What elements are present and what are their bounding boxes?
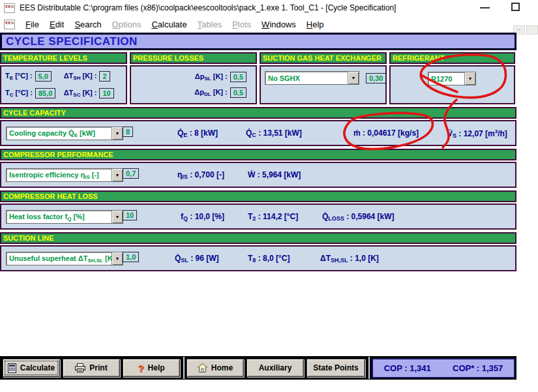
temperature-levels-panel: TEMPERATURE LEVELS TE [°C] : 5,0 ΔTSH [K…	[0, 52, 127, 104]
compressor-heat-loss-section: COMPRESSOR HEAT LOSS Heat loss factor fQ…	[0, 190, 516, 230]
print-label: Print	[89, 363, 107, 372]
chevron-down-icon[interactable]: ▼	[464, 72, 475, 85]
suction-line-section: SUCTION LINE Unuseful superheat ΔTSH,SL …	[0, 232, 516, 271]
menu-bar: EES File Edit Search Options Calculate T…	[0, 16, 538, 33]
result-mass-flow: ṁ : 0,04617 [kg/s]	[353, 128, 419, 138]
result-vs: V̇S : 12,07 [m3/h]	[447, 128, 507, 139]
te-input[interactable]: 5,0	[35, 71, 52, 82]
dtsc-input[interactable]: 10	[99, 88, 113, 98]
chevron-down-icon[interactable]: ▼	[112, 127, 123, 140]
result-qloss: Q̇LOSS : 0,5964 [kW]	[322, 212, 395, 222]
menu-tables: Tables	[192, 18, 228, 31]
result-qsl: Q̇SL : 96 [W]	[175, 254, 219, 264]
window-title: EES Distributable C:\program files (x86)…	[20, 3, 396, 12]
home-button[interactable]: Home	[187, 359, 244, 377]
compressor-performance-header: COMPRESSOR PERFORMANCE	[0, 149, 516, 160]
result-t2: T2 : 114,2 [°C]	[248, 212, 298, 222]
suction-line-dropdown[interactable]: Unuseful superheat ΔTSH,SL [K] ▼	[6, 252, 123, 265]
chevron-down-icon[interactable]: ▼	[112, 169, 123, 181]
calculate-label: Calculate	[20, 363, 55, 372]
refrigerant-dropdown-value: R1270	[428, 75, 464, 83]
compressor-heat-loss-header: COMPRESSOR HEAT LOSS	[0, 190, 516, 202]
sghx-header: SUCTION GAS HEAT EXCHANGER	[260, 52, 387, 64]
te-label: TE [°C] :	[5, 72, 33, 81]
result-eta-is: ηIS : 0,700 [-]	[177, 170, 224, 180]
refrigerant-dropdown[interactable]: R1270 ▼	[428, 72, 476, 85]
menu-calculate[interactable]: Calculate	[146, 18, 192, 31]
dpdl-input[interactable]: 0,5	[230, 87, 247, 98]
home-label: Home	[211, 363, 233, 372]
menu-file[interactable]: File	[20, 18, 44, 31]
cop-panel: COP : 1,341 COP* : 1,357	[372, 358, 515, 378]
menu-edit[interactable]: Edit	[44, 18, 69, 31]
footer-divider	[368, 357, 370, 379]
tc-input[interactable]: 85,0	[35, 88, 55, 98]
cop-value: COP : 1,341	[384, 363, 431, 373]
menu-search[interactable]: Search	[69, 18, 106, 31]
tc-label: TC [°C] :	[5, 89, 33, 98]
pressure-losses-panel: PRESSURE LOSSES ΔpSL [K] : 0,5 ΔpDL [K] …	[130, 52, 257, 104]
ees-app-icon: EES	[4, 3, 15, 13]
isentropic-efficiency-input[interactable]: 0,7	[123, 168, 139, 179]
cycle-capacity-dropdown[interactable]: Cooling capacity Q̇E [kW] ▼	[6, 127, 123, 140]
dtsh-input[interactable]: 2	[99, 71, 110, 82]
calculate-button[interactable]: Calculate	[3, 359, 60, 377]
menu-options: Options	[107, 18, 147, 31]
result-fq: fQ : 10,0 [%]	[181, 212, 224, 222]
result-t8: T8 : 8,0 [°C]	[248, 254, 290, 264]
app-window: EES EES Distributable C:\program files (…	[0, 0, 538, 392]
sghx-value-box[interactable]: 0,30	[366, 73, 386, 83]
auxiliary-button[interactable]: Auxiliary	[247, 359, 304, 377]
compressor-heat-loss-dropdown-value: Heat loss factor fQ [%]	[7, 213, 112, 222]
dpsl-input[interactable]: 0,5	[230, 72, 247, 82]
chevron-down-icon[interactable]: ▼	[112, 211, 123, 223]
menu-plots: Plots	[227, 18, 256, 31]
unuseful-superheat-input[interactable]: 1,0	[123, 252, 139, 262]
result-w: Ẇ : 5,964 [kW]	[248, 170, 301, 179]
ees-child-window-icon[interactable]: EES	[4, 20, 15, 29]
suction-line-header: SUCTION LINE	[0, 232, 516, 244]
menu-windows[interactable]: Windows	[256, 18, 301, 31]
suction-line-dropdown-value: Unuseful superheat ΔTSH,SL [K]	[7, 254, 112, 264]
house-icon	[198, 363, 207, 372]
state-points-button[interactable]: State Points	[306, 359, 365, 377]
dpdl-label: ΔpDL [K] :	[194, 88, 227, 97]
compressor-performance-section: COMPRESSOR PERFORMANCE Isentropic effici…	[0, 149, 516, 188]
dpsl-label: ΔpSL [K] :	[195, 72, 228, 82]
minimize-icon[interactable]	[480, 7, 490, 8]
cycle-capacity-dropdown-value: Cooling capacity Q̇E [kW]	[7, 129, 112, 138]
compressor-performance-dropdown[interactable]: Isentropic efficiency ηIS [-] ▼	[6, 168, 123, 182]
heat-loss-factor-input[interactable]: 10	[123, 210, 137, 220]
mdi-restore-icon[interactable]	[526, 25, 538, 35]
refrigerant-panel: REFRIGERANT R1270 ▼	[389, 52, 515, 104]
result-qc: Q̇C : 13,51 [kW]	[246, 128, 302, 138]
maximize-icon[interactable]	[511, 3, 520, 11]
page-title: CYCLE SPECIFICATION	[0, 33, 516, 50]
printer-icon	[75, 363, 85, 372]
calculator-icon	[8, 363, 16, 373]
chevron-down-icon[interactable]: ▼	[112, 252, 123, 265]
print-button[interactable]: Print	[63, 359, 120, 377]
title-bar: EES EES Distributable C:\program files (…	[0, 0, 538, 16]
cycle-capacity-header: CYCLE CAPACITY	[0, 107, 516, 119]
menu-help[interactable]: Help	[301, 18, 329, 31]
help-label: Help	[148, 363, 165, 372]
question-icon: ?	[138, 363, 143, 374]
dtsh-label: ΔTSH [K] :	[64, 72, 97, 81]
sghx-dropdown-value: No SGHX	[265, 74, 348, 82]
compressor-heat-loss-dropdown[interactable]: Heat loss factor fQ [%] ▼	[6, 210, 123, 224]
footer-divider	[183, 357, 185, 379]
result-qe: Q̇E : 8 [kW]	[177, 128, 218, 138]
compressor-performance-dropdown-value: Isentropic efficiency ηIS [-]	[7, 171, 112, 180]
help-button[interactable]: ? Help	[123, 359, 180, 377]
dtsc-label: ΔTSC [K] :	[64, 89, 97, 98]
cycle-capacity-input[interactable]: 8	[123, 127, 133, 137]
auxiliary-label: Auxiliary	[259, 363, 292, 372]
refrigerant-header: REFRIGERANT	[389, 52, 515, 64]
chevron-down-icon[interactable]: ▼	[348, 72, 359, 84]
cycle-specification-form: CYCLE SPECIFICATION TEMPERATURE LEVELS T…	[0, 33, 516, 271]
footer-toolbar: Calculate Print ? Help Home Auxili	[0, 356, 516, 380]
temperature-levels-header: TEMPERATURE LEVELS	[0, 52, 127, 64]
sghx-dropdown[interactable]: No SGHX ▼	[265, 71, 359, 85]
state-points-label: State Points	[313, 363, 358, 372]
